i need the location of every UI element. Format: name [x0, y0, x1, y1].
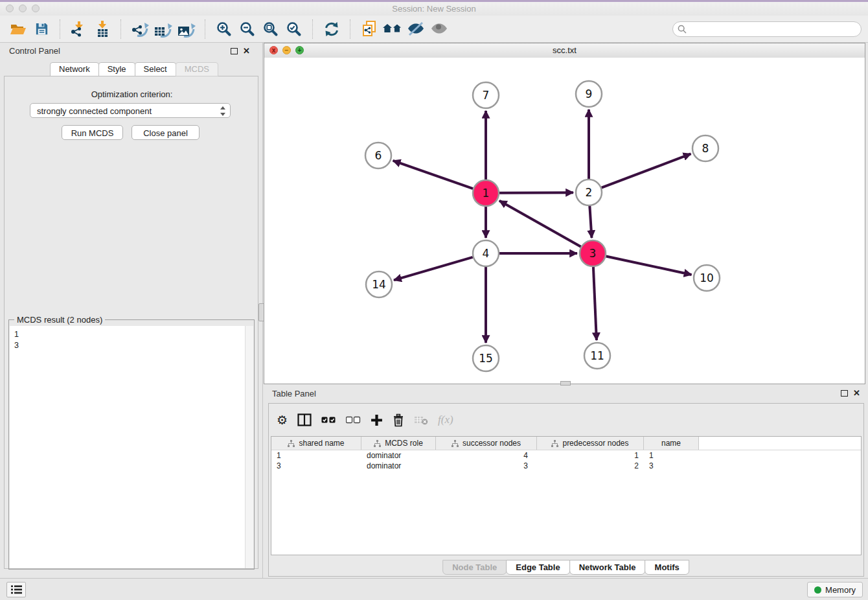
- mcds-result-title: MCDS result (2 nodes): [14, 315, 105, 325]
- create-column-icon[interactable]: [371, 414, 383, 426]
- run-mcds-button[interactable]: Run MCDS: [62, 125, 123, 140]
- cell-successor-nodes[interactable]: 3: [436, 461, 537, 470]
- graph-node-9[interactable]: 9: [576, 81, 602, 107]
- table-row[interactable]: 3 dominator 3 2 3: [271, 461, 861, 471]
- tab-select[interactable]: Select: [135, 62, 176, 76]
- tab-motifs[interactable]: Motifs: [645, 560, 689, 575]
- mac-titlebar: Session: New Session: [0, 2, 868, 16]
- column-header-predecessor-nodes[interactable]: predecessor nodes: [537, 437, 644, 450]
- tab-style[interactable]: Style: [98, 62, 135, 76]
- import-network-icon[interactable]: [67, 19, 91, 40]
- graph-edge-1-6[interactable]: [393, 161, 474, 189]
- float-panel-icon[interactable]: [841, 390, 848, 397]
- cell-successor-nodes[interactable]: 4: [436, 451, 537, 460]
- graph-edge-1-2[interactable]: [499, 192, 573, 193]
- svg-text:14: 14: [372, 278, 386, 291]
- graph-edge-2-8[interactable]: [602, 154, 691, 187]
- show-columns-icon[interactable]: [297, 413, 312, 426]
- network-file-icon[interactable]: [358, 19, 381, 40]
- cell-predecessor-nodes[interactable]: 2: [537, 461, 644, 470]
- graph-edge-2-3[interactable]: [589, 206, 591, 238]
- graph-node-1[interactable]: 1: [473, 180, 499, 206]
- graph-node-15[interactable]: 15: [473, 345, 499, 371]
- table-panel-controls: ✕: [841, 389, 860, 397]
- refresh-icon[interactable]: [320, 19, 343, 40]
- column-header-mcds-role[interactable]: MCDS role: [361, 437, 436, 450]
- tree-icon: [551, 440, 558, 447]
- table-row[interactable]: 1 dominator 4 1 1: [271, 450, 861, 461]
- graph-node-8[interactable]: 8: [692, 135, 718, 161]
- column-header-successor-nodes[interactable]: successor nodes: [436, 437, 537, 450]
- close-panel-icon[interactable]: ✕: [243, 47, 250, 55]
- zoom-out-icon[interactable]: [236, 19, 259, 40]
- cell-name[interactable]: 1: [644, 451, 699, 460]
- hide-selected-icon[interactable]: [404, 19, 428, 40]
- delete-column-icon[interactable]: [393, 413, 404, 427]
- table-toolbar: ⚙ f(x): [277, 408, 453, 432]
- tree-icon: [374, 440, 381, 447]
- graph-node-4[interactable]: 4: [473, 240, 499, 266]
- graph-node-3[interactable]: 3: [580, 240, 606, 266]
- tab-network[interactable]: Network: [50, 62, 99, 76]
- memory-button[interactable]: Memory: [807, 582, 863, 597]
- zoom-fit-icon[interactable]: [259, 19, 282, 40]
- function-builder-icon[interactable]: f(x): [438, 413, 453, 426]
- table-header-row: shared name MCDS role successor nodes pr…: [271, 437, 861, 450]
- cell-mcds-role[interactable]: dominator: [361, 451, 436, 460]
- export-network-icon[interactable]: [128, 19, 152, 40]
- zoom-in-icon[interactable]: [212, 19, 236, 40]
- graph-node-7[interactable]: 7: [473, 82, 499, 108]
- first-neighbors-icon[interactable]: [381, 19, 404, 40]
- tab-network-table[interactable]: Network Table: [569, 560, 646, 575]
- toolbar-separator: [312, 19, 314, 39]
- task-history-button[interactable]: [6, 582, 26, 597]
- task-list-icon: [11, 585, 22, 594]
- show-all-icon[interactable]: [428, 19, 451, 40]
- window-title: Session: New Session: [0, 2, 868, 16]
- float-panel-icon[interactable]: [231, 48, 238, 54]
- graph-edge-4-14[interactable]: [394, 257, 473, 280]
- graph-node-11[interactable]: 11: [584, 343, 610, 369]
- memory-label: Memory: [825, 585, 856, 595]
- result-scrollbar[interactable]: [245, 326, 253, 568]
- column-header-shared-name[interactable]: shared name: [271, 437, 361, 450]
- save-session-icon[interactable]: [30, 19, 53, 40]
- network-canvas[interactable]: 7968124314101511: [264, 58, 865, 384]
- delete-table-icon[interactable]: [414, 415, 428, 425]
- network-window-titlebar[interactable]: x − + scc.txt: [264, 43, 865, 58]
- zoom-selected-icon[interactable]: [282, 19, 306, 40]
- import-table-icon[interactable]: [91, 19, 114, 40]
- search-input[interactable]: [672, 21, 862, 37]
- tab-edge-table[interactable]: Edge Table: [506, 560, 569, 575]
- tab-mcds[interactable]: MCDS: [176, 62, 218, 76]
- graph-node-14[interactable]: 14: [366, 271, 392, 297]
- column-header-name[interactable]: name: [644, 437, 699, 450]
- export-table-icon[interactable]: [152, 19, 175, 40]
- cell-mcds-role[interactable]: dominator: [361, 461, 436, 470]
- table-settings-gear-icon[interactable]: ⚙: [277, 414, 288, 426]
- control-panel-tabs: Network Style Select MCDS: [51, 62, 218, 76]
- close-panel-icon[interactable]: ✕: [853, 389, 860, 397]
- graph-node-6[interactable]: 6: [365, 143, 391, 168]
- svg-text:1: 1: [483, 187, 490, 200]
- table-panel-title: Table Panel: [272, 389, 316, 398]
- graph-node-10[interactable]: 10: [694, 265, 720, 291]
- mcds-result-line: 1: [14, 329, 246, 340]
- graph-node-2[interactable]: 2: [576, 179, 602, 205]
- graph-edge-3-11[interactable]: [593, 267, 597, 340]
- close-panel-button[interactable]: Close panel: [131, 125, 200, 140]
- open-session-icon[interactable]: [6, 19, 30, 40]
- cell-shared-name[interactable]: 3: [271, 461, 361, 470]
- toolbar-separator: [60, 19, 61, 39]
- graph-edge-3-10[interactable]: [606, 256, 692, 275]
- tab-node-table[interactable]: Node Table: [442, 560, 507, 575]
- unselect-all-columns-icon[interactable]: [346, 416, 361, 424]
- cell-shared-name[interactable]: 1: [271, 451, 361, 460]
- graph-edge-3-1[interactable]: [499, 201, 581, 247]
- export-image-icon[interactable]: [175, 19, 198, 40]
- window-resize-grip[interactable]: [560, 381, 571, 386]
- select-all-columns-icon[interactable]: [321, 416, 336, 424]
- optimization-criterion-select[interactable]: strongly connected component: [30, 103, 231, 118]
- cell-predecessor-nodes[interactable]: 1: [537, 451, 644, 460]
- cell-name[interactable]: 3: [644, 461, 699, 470]
